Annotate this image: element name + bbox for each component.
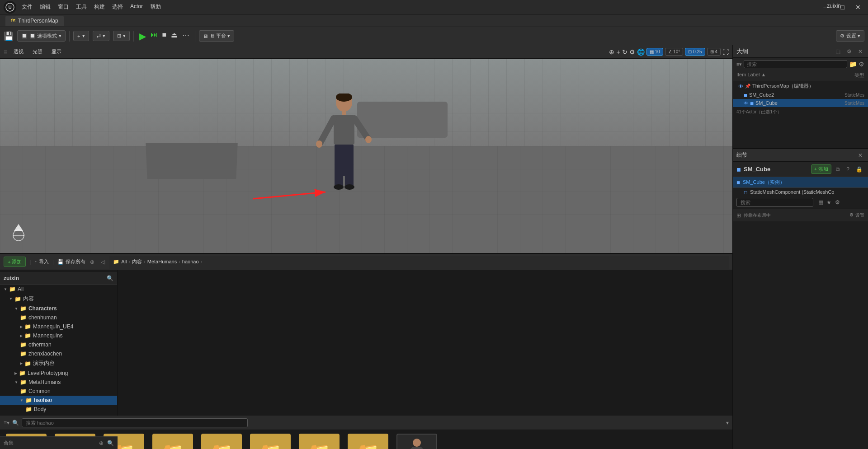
details-more-icon[interactable]: ⚙ bbox=[835, 199, 840, 206]
camera-select-icon[interactable]: ⊕ bbox=[609, 48, 614, 56]
breadcrumb-content[interactable]: 内容 bbox=[132, 258, 142, 265]
tree-item[interactable]: ▼ 📁 All bbox=[0, 285, 117, 294]
map-tab[interactable]: 🗺 ThirdPersonMap bbox=[5, 16, 64, 26]
details-copy-icon[interactable]: ⧉ bbox=[834, 165, 842, 173]
settings-button[interactable]: ⚙ 设置 ▾ bbox=[836, 30, 864, 42]
perspective-btn[interactable]: 透视 bbox=[11, 47, 26, 56]
outliner-search-input[interactable] bbox=[744, 60, 847, 68]
grid-toggle[interactable]: ▦ 10 bbox=[646, 48, 663, 56]
outliner-search-bar: ≡▾ 📁 ⚙ bbox=[733, 58, 868, 70]
close-button[interactable]: ✕ bbox=[852, 4, 864, 11]
view-num[interactable]: ⊞ 4 bbox=[707, 48, 721, 56]
asset-search-input[interactable] bbox=[22, 418, 248, 427]
menu-help[interactable]: 帮助 bbox=[150, 3, 161, 11]
folder-materials[interactable]: 📁 Materials bbox=[248, 434, 293, 449]
tree-item-mannequins[interactable]: ▶ 📁 Mannequins bbox=[0, 331, 117, 340]
details-instance-row[interactable]: ◼ SM_Cube（实例） bbox=[733, 177, 868, 188]
save-all-button[interactable]: 💾 保存所有 bbox=[57, 258, 85, 265]
maximize-viewport[interactable]: ⛶ bbox=[722, 48, 729, 56]
import-button[interactable]: ↑ 导入 bbox=[35, 258, 49, 265]
bp-haohao-asset[interactable]: + BP_haohao bbox=[394, 434, 439, 449]
menu-build[interactable]: 构建 bbox=[94, 3, 105, 11]
outliner-col-header: Item Label ▲ 类型 bbox=[733, 70, 868, 80]
filter-icon[interactable]: ≡▾ bbox=[4, 420, 9, 426]
angle-toggle[interactable]: ∠ 10° bbox=[665, 48, 684, 56]
outliner-filter-icon[interactable]: ⬚ bbox=[834, 47, 842, 56]
mode-button[interactable]: 🔲 🔲 选项模式 ▾ bbox=[17, 30, 66, 42]
tree-item-mannequin[interactable]: ▶ 📁 Mannequin_UE4 bbox=[0, 322, 117, 331]
scale-toggle[interactable]: ⊡ 0.25 bbox=[685, 48, 705, 56]
world-icon[interactable]: 🌐 bbox=[637, 48, 645, 56]
tree-item-chenhuman[interactable]: 📁 chenhuman bbox=[0, 313, 117, 322]
stop-button[interactable]: ■ bbox=[160, 30, 169, 42]
tree-search-icon[interactable]: 🔍 bbox=[107, 275, 113, 281]
details-help-icon[interactable]: ? bbox=[844, 165, 851, 173]
save-button[interactable]: 💾 bbox=[4, 31, 14, 41]
add-content-button[interactable]: + 添加 bbox=[4, 257, 26, 267]
outliner-item-map[interactable]: 👁 📌 ThirdPersonMap（编辑器） bbox=[733, 81, 868, 91]
actor-count: 41个Actor（已选1个） bbox=[733, 107, 868, 117]
breadcrumb-metahumans[interactable]: MetaHumans bbox=[147, 259, 177, 264]
snap-button[interactable]: ⊞▾ bbox=[113, 31, 130, 41]
tree-item-metahumans[interactable]: ▼ 📁 MetaHumans bbox=[0, 378, 117, 387]
outliner-item-sm-cube[interactable]: 👁 ◼ SM_Cube StaticMes bbox=[733, 99, 868, 107]
outliner-filter-btn[interactable]: ≡▾ bbox=[736, 61, 742, 67]
search-settings-icon[interactable]: ▾ bbox=[726, 420, 729, 426]
breadcrumb-all[interactable]: All bbox=[121, 259, 127, 264]
breadcrumb-haohao[interactable]: haohao bbox=[182, 259, 199, 264]
platform-button[interactable]: 🖥 🖥 平台 ▾ bbox=[199, 30, 234, 42]
add-objects-button[interactable]: +▾ bbox=[73, 31, 89, 41]
folder-malehair[interactable]: 📁 MaleHair bbox=[199, 434, 244, 449]
tree-item-levelproto[interactable]: ▶ 📁 LevelPrototyping bbox=[0, 369, 117, 378]
menu-tools[interactable]: 工具 bbox=[76, 3, 87, 11]
show-btn[interactable]: 显示 bbox=[49, 47, 64, 56]
outliner-add-icon[interactable]: ⚙ bbox=[859, 61, 864, 68]
outliner-item-sm-cube2[interactable]: ◼ SM_Cube2 StaticMes bbox=[733, 91, 868, 99]
more-button[interactable]: ⋯ bbox=[180, 30, 191, 42]
svg-point-16 bbox=[344, 184, 354, 190]
skip-button[interactable]: ⏭ bbox=[149, 30, 160, 42]
menu-file[interactable]: 文件 bbox=[22, 3, 33, 11]
details-grid-icon[interactable]: ▦ bbox=[818, 199, 823, 206]
tree-item-demo[interactable]: ▶ 📁 演示内容 bbox=[0, 358, 117, 369]
tree-item-zhenxiaochen[interactable]: 📁 zhenxiaochen bbox=[0, 349, 117, 358]
import-icon: ↑ bbox=[35, 259, 38, 265]
tree-item-common[interactable]: 📁 Common bbox=[0, 387, 117, 396]
details-search-input[interactable] bbox=[736, 198, 813, 207]
folder-previews[interactable]: 📁 Previews bbox=[297, 434, 342, 449]
details-close-icon[interactable]: ✕ bbox=[856, 151, 864, 159]
details-settings-icon[interactable]: ⚙ bbox=[849, 212, 854, 219]
tree-item-body[interactable]: 📁 Body bbox=[0, 405, 117, 414]
sync-btn[interactable]: ⊕ bbox=[88, 259, 96, 265]
cube-vis-icon: 👁 bbox=[744, 101, 748, 106]
menu-select[interactable]: 选择 bbox=[112, 3, 123, 11]
details-add-button[interactable]: + 添加 bbox=[811, 164, 831, 174]
title-bar: U 文件 编辑 窗口 工具 构建 选择 Actor 帮助 zuixin — □ … bbox=[0, 0, 868, 14]
tree-item-content[interactable]: ▼ 📁 内容 bbox=[0, 294, 117, 304]
outliner-close-icon[interactable]: ✕ bbox=[856, 47, 864, 56]
nav-back-btn[interactable]: ◁ bbox=[99, 259, 107, 265]
tree-item-otherman[interactable]: 📁 otherman bbox=[0, 340, 117, 349]
play-button[interactable]: ▶ bbox=[137, 30, 148, 42]
settings-icon[interactable]: ⚙ bbox=[629, 48, 635, 56]
breadcrumb: 📁 All › 内容 › MetaHumans › haohao › bbox=[109, 256, 729, 268]
outliner-folder-icon[interactable]: 📁 bbox=[849, 61, 857, 68]
lighting-btn[interactable]: 光照 bbox=[30, 47, 45, 56]
viewport-menu-icon[interactable]: ≡ bbox=[4, 48, 7, 56]
menu-actor[interactable]: Actor bbox=[130, 3, 143, 11]
outliner-settings-icon[interactable]: ⚙ bbox=[845, 47, 854, 56]
tree-item-characters[interactable]: ▼ 📁 Characters bbox=[0, 304, 117, 313]
menu-window[interactable]: 窗口 bbox=[58, 3, 69, 11]
details-component-row[interactable]: ◻ StaticMeshComponent (StaticMeshCo bbox=[733, 188, 868, 196]
tree-item-haohao[interactable]: ▼ 📁 haohao bbox=[0, 396, 117, 405]
details-star-icon[interactable]: ★ bbox=[826, 199, 831, 206]
map-tab-label: ThirdPersonMap bbox=[18, 18, 58, 24]
transform-button[interactable]: ⇄▾ bbox=[93, 31, 109, 41]
focus-icon[interactable]: + bbox=[616, 48, 620, 56]
details-lock-icon[interactable]: 🔒 bbox=[854, 165, 864, 173]
menu-edit[interactable]: 编辑 bbox=[40, 3, 51, 11]
folder-male[interactable]: 📁 Male bbox=[150, 434, 195, 449]
eject-button[interactable]: ⏏ bbox=[169, 30, 179, 42]
folder-sourceassets[interactable]: 📁 SourceAssets bbox=[345, 434, 391, 449]
rotate-icon[interactable]: ↻ bbox=[622, 48, 627, 56]
